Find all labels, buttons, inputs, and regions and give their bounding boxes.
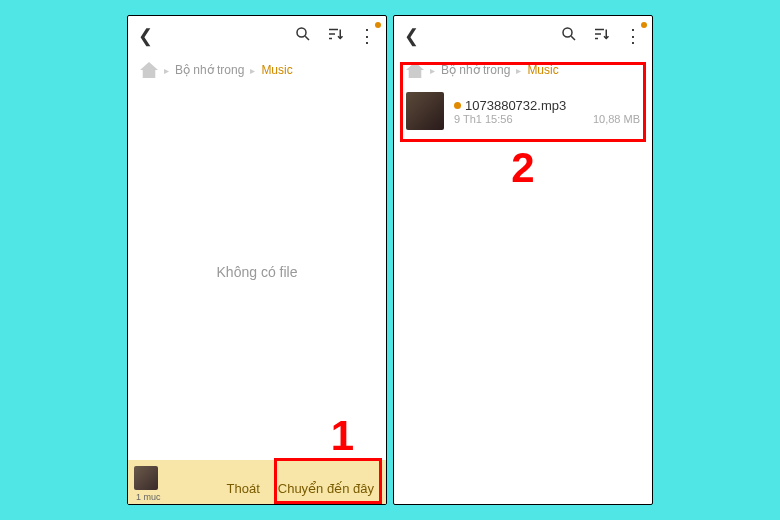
- breadcrumb-current[interactable]: Music: [261, 63, 292, 77]
- notification-dot: [641, 22, 647, 28]
- phone-screen-1: ❮ ⋮ ▸ Bộ nhớ trong ▸ Music Không có file…: [127, 15, 387, 505]
- back-icon[interactable]: ❮: [404, 26, 419, 46]
- more-options-icon[interactable]: ⋮: [624, 25, 642, 47]
- notification-dot: [375, 22, 381, 28]
- top-bar: ❮ ⋮: [128, 16, 386, 56]
- back-icon[interactable]: ❮: [138, 26, 153, 46]
- top-bar: ❮ ⋮: [394, 16, 652, 56]
- more-options-icon[interactable]: ⋮: [358, 25, 376, 47]
- highlight-box: [400, 62, 646, 142]
- home-icon[interactable]: [140, 62, 158, 78]
- selected-thumbnail[interactable]: [134, 466, 158, 490]
- breadcrumb: ▸ Bộ nhớ trong ▸ Music: [128, 56, 386, 84]
- sort-icon[interactable]: [326, 25, 344, 48]
- svg-point-0: [297, 28, 306, 37]
- exit-button[interactable]: Thoát: [227, 481, 260, 496]
- svg-line-7: [571, 36, 575, 40]
- step-number-2: 2: [511, 144, 534, 192]
- empty-state-text: Không có file: [128, 84, 386, 460]
- chevron-right-icon: ▸: [250, 65, 255, 76]
- phone-screen-2: ❮ ⋮ ▸ Bộ nhớ trong ▸ Music 1073880732.mp…: [393, 15, 653, 505]
- search-icon[interactable]: [560, 25, 578, 48]
- search-icon[interactable]: [294, 25, 312, 48]
- breadcrumb-storage[interactable]: Bộ nhớ trong: [175, 63, 244, 77]
- selection-count: 1 muc: [136, 492, 161, 502]
- svg-line-1: [305, 36, 309, 40]
- sort-icon[interactable]: [592, 25, 610, 48]
- chevron-right-icon: ▸: [164, 65, 169, 76]
- svg-point-6: [563, 28, 572, 37]
- step-number-1: 1: [331, 412, 354, 460]
- highlight-box: [274, 458, 382, 504]
